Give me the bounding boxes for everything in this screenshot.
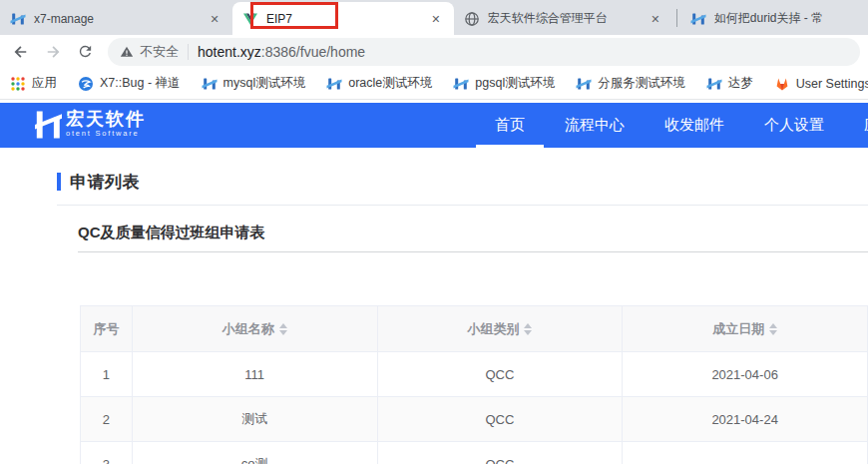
tab-x7-manage[interactable]: x7-manage ✕	[0, 2, 232, 35]
reload-icon	[77, 43, 94, 60]
tab-title: x7-manage	[34, 12, 199, 26]
page-title: 申请列表	[70, 171, 140, 194]
hotent-favicon-icon	[326, 76, 342, 92]
column-header-founded-date[interactable]: 成立日期	[623, 306, 868, 352]
logo-title: 宏天软件	[66, 109, 146, 129]
cell-index: 3	[81, 442, 133, 464]
cell-group-type: QCC	[377, 352, 623, 397]
forward-arrow-icon	[44, 43, 62, 61]
form-title: QC及质量信得过班组申请表	[78, 224, 868, 243]
reload-button[interactable]	[72, 39, 98, 65]
tab-title: 如何把durid关掉 - 常	[714, 10, 858, 27]
tab-close-icon[interactable]: ✕	[428, 11, 444, 27]
hotent-favicon-icon	[706, 76, 722, 92]
bookmark-mysql-env[interactable]: mysql测试环境	[202, 75, 306, 92]
tab-eip7[interactable]: EIP7 ✕	[232, 2, 454, 35]
table-row[interactable]: 2 测试 QCC 2021-04-24	[81, 397, 868, 442]
nav-label: 流程中心	[565, 116, 625, 135]
nav-item-mail[interactable]: 收发邮件	[664, 103, 724, 148]
title-accent-bar	[57, 173, 61, 191]
bookmark-microservice-env[interactable]: 分服务测试环境	[576, 75, 685, 92]
table-row[interactable]: 1 111 QCC 2021-04-06	[81, 352, 868, 397]
cell-group-type: QCC	[377, 397, 623, 442]
back-button[interactable]	[8, 39, 34, 65]
tab-close-icon[interactable]: ✕	[207, 11, 222, 27]
hotent-logo[interactable]: 宏天软件 otent Software	[35, 109, 146, 141]
column-header-group-name[interactable]: 小组名称	[132, 306, 377, 352]
bookmark-dameng[interactable]: 达梦	[706, 75, 753, 92]
logo-subtitle: otent Software	[66, 129, 146, 138]
tab-hotent-platform[interactable]: 宏天软件综合管理平台 ✕	[454, 2, 673, 35]
security-label: 不安全	[140, 43, 179, 61]
bookmark-zentao[interactable]: X7::Bug - 禅道	[78, 75, 181, 92]
cell-founded-date: 2021-04-06	[623, 352, 868, 397]
bookmark-gitlab-settings[interactable]: User Settings · G	[774, 76, 868, 92]
divider	[57, 205, 868, 206]
url-host: hotent.xyz	[198, 44, 261, 60]
sort-icon[interactable]	[279, 323, 287, 335]
hotent-favicon-icon	[576, 76, 592, 92]
sort-icon[interactable]	[769, 323, 777, 335]
column-header-group-type[interactable]: 小组类别	[377, 306, 623, 352]
divider	[78, 251, 868, 252]
bookmark-oracle-env[interactable]: oracle测试环境	[326, 75, 432, 92]
bookmark-label: 达梦	[728, 75, 753, 92]
zentao-icon	[78, 76, 94, 92]
tab-separator	[676, 9, 677, 27]
gitlab-icon	[774, 76, 790, 92]
column-label: 小组类别	[467, 321, 519, 336]
cell-group-type: QCC	[377, 442, 623, 464]
main-nav: 首页 流程中心 收发邮件 个人设置 应	[495, 103, 868, 148]
page-title-row: 申请列表	[57, 172, 868, 192]
cell-index: 1	[81, 352, 133, 397]
omnibox-divider	[188, 44, 189, 60]
nav-label: 应	[864, 116, 868, 135]
bookmark-label: 应用	[32, 75, 57, 92]
nav-item-process-center[interactable]: 流程中心	[565, 103, 625, 148]
bookmark-label: pgsql测试环境	[475, 75, 555, 92]
tab-durid-question[interactable]: 如何把durid关掉 - 常	[680, 2, 868, 35]
column-label: 小组名称	[222, 321, 274, 336]
nav-item-clipped[interactable]: 应	[864, 103, 868, 148]
bookmark-label: User Settings · G	[796, 77, 868, 91]
hotent-favicon-icon	[453, 76, 469, 92]
cell-group-name: 测试	[132, 397, 377, 442]
page-content: 申请列表 QC及质量信得过班组申请表 序号 小组名称 小组类别	[0, 172, 868, 464]
cell-group-name: 111	[132, 352, 377, 397]
bookmark-apps[interactable]: 应用	[10, 75, 57, 92]
cell-index: 2	[81, 397, 133, 442]
tab-title: EIP7	[266, 12, 420, 26]
table-row[interactable]: 3 co测 QCC	[81, 442, 868, 464]
browser-window: x7-manage ✕ EIP7 ✕ 宏天软件综合管理平台 ✕ 如何把durid…	[0, 0, 868, 464]
tab-strip: x7-manage ✕ EIP7 ✕ 宏天软件综合管理平台 ✕ 如何把durid…	[0, 0, 868, 35]
tab-close-icon[interactable]: ✕	[648, 11, 663, 27]
forward-button[interactable]	[40, 39, 66, 65]
bookmark-label: oracle测试环境	[348, 75, 432, 92]
vue-favicon-icon	[242, 11, 258, 27]
not-secure-warning-icon	[120, 45, 134, 59]
sort-icon[interactable]	[524, 323, 532, 335]
bookmark-label: mysql测试环境	[223, 75, 306, 92]
bookmark-pgsql-env[interactable]: pgsql测试环境	[453, 75, 555, 92]
table-header-row: 序号 小组名称 小组类别 成立日期	[81, 306, 868, 352]
logo-text: 宏天软件 otent Software	[66, 109, 146, 138]
url-path: :8386/fvue/home	[261, 44, 365, 60]
column-label: 序号	[93, 321, 119, 336]
tab-title: 宏天软件综合管理平台	[488, 10, 640, 27]
nav-label: 收发邮件	[664, 116, 724, 135]
hotent-logo-icon	[35, 109, 62, 141]
column-header-index: 序号	[81, 306, 133, 352]
nav-label: 个人设置	[764, 116, 824, 135]
bookmark-label: X7::Bug - 禅道	[100, 75, 181, 92]
hotent-favicon-icon	[10, 11, 26, 27]
url-input[interactable]: 不安全 hotent.xyz:8386/fvue/home	[108, 38, 860, 66]
apps-grid-icon	[10, 76, 26, 92]
globe-icon	[464, 11, 480, 27]
hotent-favicon-icon	[690, 11, 706, 27]
nav-item-personal-settings[interactable]: 个人设置	[764, 103, 824, 148]
app-header: 宏天软件 otent Software 首页 流程中心 收发邮件 个人设置	[0, 103, 868, 148]
nav-item-home[interactable]: 首页	[495, 103, 525, 148]
bookmark-label: 分服务测试环境	[598, 75, 685, 92]
cell-founded-date	[623, 442, 868, 464]
address-bar: 不安全 hotent.xyz:8386/fvue/home	[0, 35, 868, 68]
